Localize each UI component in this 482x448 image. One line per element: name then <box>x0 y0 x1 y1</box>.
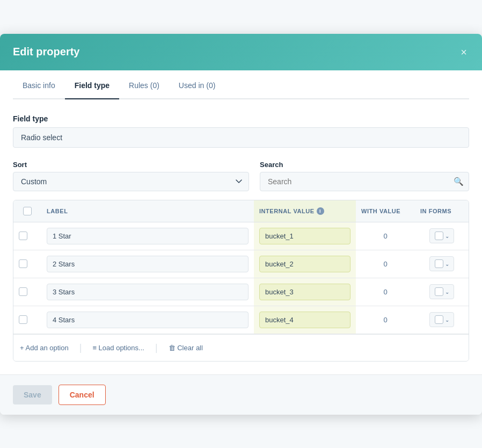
row-4-in-forms-cell: ⌄ <box>415 307 469 333</box>
row-1-toggle-chevron: ⌄ <box>445 233 449 239</box>
th-in-forms: IN FORMS <box>415 200 469 222</box>
save-button[interactable]: Save <box>13 385 52 404</box>
row-2-internal-cell <box>254 250 356 278</box>
row-2-in-forms-cell: ⌄ <box>415 251 469 277</box>
row-1-internal-cell <box>254 222 356 250</box>
add-option-button[interactable]: + Add an option <box>20 344 69 352</box>
row-4-label-input[interactable] <box>47 312 249 328</box>
row-3-toggle-chevron: ⌄ <box>445 289 449 295</box>
row-checkbox-cell <box>13 254 41 273</box>
th-with-value: WITH VALUE <box>356 200 415 222</box>
row-3-toggle-box <box>435 287 443 296</box>
clear-all-button[interactable]: 🗑 Clear all <box>169 344 203 352</box>
table-row: 0 ⌄ <box>13 222 469 250</box>
header-checkbox[interactable] <box>23 207 32 215</box>
edit-property-modal: Edit property × Basic info Field type Ru… <box>0 34 482 415</box>
row-2-label-input[interactable] <box>47 256 249 272</box>
row-1-in-forms-cell: ⌄ <box>415 223 469 249</box>
row-4-toggle-chevron: ⌄ <box>445 317 449 323</box>
sort-block: Sort Custom <box>13 161 249 191</box>
row-3-in-forms-cell: ⌄ <box>415 279 469 305</box>
sort-label: Sort <box>13 161 249 169</box>
row-2-label-cell <box>41 250 254 278</box>
row-2-internal-input[interactable] <box>259 256 350 272</box>
row-4-checkbox[interactable] <box>19 315 27 324</box>
row-checkbox-cell <box>13 226 41 245</box>
cancel-button[interactable]: Cancel <box>59 385 106 405</box>
search-block: Search 🔍 <box>260 161 469 191</box>
table-row: 0 ⌄ <box>13 278 469 306</box>
row-checkbox-cell <box>13 310 41 329</box>
row-1-toggle[interactable]: ⌄ <box>429 228 454 243</box>
tab-used-in[interactable]: Used in (0) <box>169 70 225 99</box>
row-2-checkbox[interactable] <box>19 259 27 268</box>
row-1-checkbox[interactable] <box>19 232 27 240</box>
table-footer: + Add an option | ≡ Load options... | 🗑 … <box>13 334 469 361</box>
field-type-value: Radio select <box>13 127 469 148</box>
table-header-row: LABEL INTERNAL VALUE i WITH VALUE IN FOR… <box>13 200 469 222</box>
sort-select[interactable]: Custom <box>13 172 249 191</box>
row-4-label-cell <box>41 306 254 334</box>
row-2-toggle-box <box>435 259 443 268</box>
row-1-internal-input[interactable] <box>259 228 350 244</box>
th-label: LABEL <box>41 200 254 222</box>
field-type-label: Field type <box>13 114 469 123</box>
row-4-internal-cell <box>254 306 356 334</box>
search-label: Search <box>260 161 469 169</box>
row-1-label-cell <box>41 222 254 250</box>
row-1-toggle-box <box>435 232 443 240</box>
modal-title: Edit property <box>13 46 79 58</box>
search-icon: 🔍 <box>454 177 464 186</box>
sort-search-row: Sort Custom Search 🔍 <box>13 161 469 191</box>
row-3-toggle[interactable]: ⌄ <box>429 284 454 299</box>
footer-sep-1: | <box>79 342 82 353</box>
load-options-button[interactable]: ≡ Load options... <box>92 344 144 352</box>
row-3-label-input[interactable] <box>47 284 249 300</box>
table-row: 0 ⌄ <box>13 250 469 278</box>
row-3-label-cell <box>41 278 254 306</box>
row-2-toggle[interactable]: ⌄ <box>429 256 454 271</box>
row-4-with-value: 0 <box>356 310 415 329</box>
tab-bar: Basic info Field type Rules (0) Used in … <box>13 70 469 99</box>
row-2-toggle-chevron: ⌄ <box>445 261 449 267</box>
tab-rules[interactable]: Rules (0) <box>119 70 169 99</box>
row-4-toggle[interactable]: ⌄ <box>429 312 454 327</box>
row-2-with-value: 0 <box>356 255 415 273</box>
search-input[interactable] <box>260 172 469 191</box>
table-row: 0 ⌄ <box>13 306 469 334</box>
row-3-with-value: 0 <box>356 283 415 301</box>
th-internal-value: INTERNAL VALUE i <box>254 200 356 222</box>
row-3-internal-input[interactable] <box>259 284 350 300</box>
modal-footer: Save Cancel <box>0 374 482 415</box>
tab-basic-info[interactable]: Basic info <box>13 70 65 99</box>
footer-sep-2: | <box>155 342 158 353</box>
row-1-with-value: 0 <box>356 227 415 245</box>
modal-header: Edit property × <box>0 34 482 70</box>
tab-field-type[interactable]: Field type <box>65 70 119 99</box>
header-checkbox-cell <box>13 200 41 222</box>
row-3-checkbox[interactable] <box>19 287 27 296</box>
modal-body: Basic info Field type Rules (0) Used in … <box>0 70 482 374</box>
close-button[interactable]: × <box>458 45 469 60</box>
row-4-internal-input[interactable] <box>259 312 350 328</box>
options-table: LABEL INTERNAL VALUE i WITH VALUE IN FOR… <box>13 200 469 362</box>
row-checkbox-cell <box>13 282 41 301</box>
row-3-internal-cell <box>254 278 356 306</box>
search-input-wrap: 🔍 <box>260 172 469 191</box>
internal-value-info-icon: i <box>317 207 324 215</box>
row-1-label-input[interactable] <box>47 228 249 244</box>
row-4-toggle-box <box>435 315 443 324</box>
